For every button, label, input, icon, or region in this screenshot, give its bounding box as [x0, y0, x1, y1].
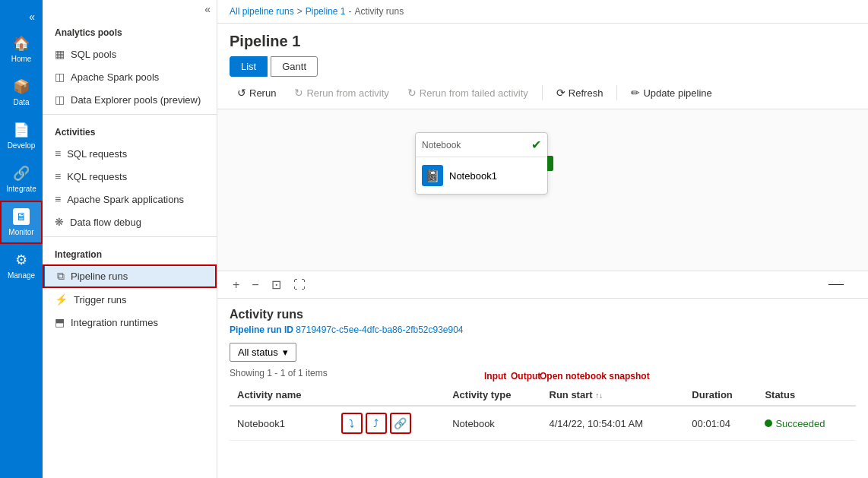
rerun-icon: ↺	[237, 87, 246, 99]
page-title: Pipeline 1	[217, 24, 868, 56]
node-right-bar	[547, 156, 553, 171]
refresh-button[interactable]: ⟳ Refresh	[549, 83, 611, 103]
main-content: All pipeline runs > Pipeline 1 - Activit…	[217, 0, 868, 478]
col-header-run-start: Run start ↑↓	[542, 385, 685, 406]
cell-duration: 00:01:04	[684, 406, 757, 441]
nav-item-data-label: Data	[13, 98, 29, 106]
nav-collapse-btn[interactable]: «	[24, 6, 40, 27]
apache-spark-apps-icon: ≡	[55, 193, 61, 205]
nav-item-data[interactable]: 📦 Data	[0, 71, 43, 114]
input-icon: ⤵	[349, 417, 354, 429]
nav-item-home[interactable]: 🏠 Home	[0, 27, 43, 71]
canvas-fullscreen-btn[interactable]: ⛶	[290, 275, 309, 295]
activities-section-title: Activities	[43, 118, 217, 142]
breadcrumb: All pipeline runs > Pipeline 1 - Activit…	[217, 0, 868, 24]
update-pipeline-label: Update pipeline	[643, 87, 711, 99]
refresh-icon: ⟳	[556, 87, 565, 99]
col-header-actions	[334, 385, 445, 406]
rerun-from-failed-icon: ↻	[407, 87, 417, 99]
rerun-label: Rerun	[249, 87, 276, 99]
sidebar-item-sql-requests-label: SQL requests	[67, 148, 127, 160]
update-pipeline-button[interactable]: ✏ Update pipeline	[623, 83, 719, 103]
sidebar-collapse-btn[interactable]: «	[43, 0, 217, 18]
tab-gantt[interactable]: Gantt	[271, 56, 318, 77]
col-header-status: Status	[757, 385, 856, 406]
sidebar-item-apache-spark-pools-label: Apache Spark pools	[71, 71, 159, 83]
output-button[interactable]: ⤴	[366, 413, 387, 434]
tab-list[interactable]: List	[230, 56, 268, 77]
node-header-label: Notebook	[422, 140, 461, 150]
sidebar: « Analytics pools ▦ SQL pools ◫ Apache S…	[43, 0, 217, 478]
rerun-from-failed-label: Rerun from failed activity	[420, 87, 528, 99]
pipeline-run-uuid: 8719497c-c5ee-4dfc-ba86-2fb52c93e904	[296, 324, 463, 335]
sidebar-item-data-explorer-pools[interactable]: ◫ Data Explorer pools (preview)	[43, 88, 217, 111]
sidebar-item-trigger-runs-label: Trigger runs	[74, 294, 127, 305]
toolbar-separator	[542, 85, 543, 100]
open-notebook-snapshot-button[interactable]: 🔗	[390, 413, 411, 434]
sidebar-item-sql-requests[interactable]: ≡ SQL requests	[43, 142, 217, 165]
pipeline-run-id-label: Pipeline run ID	[230, 324, 293, 335]
canvas-controls: + − ⊡ ⛶	[217, 271, 868, 299]
sidebar-item-kql-requests[interactable]: ≡ KQL requests	[43, 165, 217, 188]
sidebar-item-pipeline-runs[interactable]: ⧉ Pipeline runs	[43, 264, 217, 288]
status-filter-dropdown[interactable]: All status ▾	[230, 343, 296, 362]
sidebar-item-integration-runtimes-label: Integration runtimes	[71, 317, 158, 328]
breadcrumb-pipeline-link[interactable]: Pipeline 1	[306, 6, 346, 17]
status-badge: Succeeded	[765, 418, 848, 429]
nav-item-develop-label: Develop	[8, 141, 36, 150]
sidebar-item-apache-spark-apps[interactable]: ≡ Apache Spark applications	[43, 188, 217, 211]
canvas-zoom-in-btn[interactable]: +	[230, 275, 242, 295]
cell-status: Succeeded	[757, 406, 856, 441]
canvas-fit-icon: ⊡	[271, 278, 281, 291]
canvas-fit-btn[interactable]: ⊡	[268, 274, 284, 295]
data-explorer-pools-icon: ◫	[55, 93, 65, 106]
nav-item-integrate[interactable]: 🔗 Integrate	[0, 157, 43, 201]
breadcrumb-all-pipeline-runs[interactable]: All pipeline runs	[230, 6, 294, 17]
analytics-pools-section-title: Analytics pools	[43, 18, 217, 43]
rerun-from-activity-button[interactable]: ↻ Rerun from activity	[287, 83, 396, 103]
sidebar-item-integration-runtimes[interactable]: ⬒ Integration runtimes	[43, 311, 217, 334]
showing-count-text: Showing 1 - 1 of 1 items	[230, 368, 856, 378]
integrate-icon: 🔗	[13, 165, 30, 182]
sidebar-item-sql-pools[interactable]: ▦ SQL pools	[43, 43, 217, 65]
open-snapshot-icon: 🔗	[394, 417, 407, 429]
apache-spark-pools-icon: ◫	[55, 71, 65, 83]
notebook-node[interactable]: Notebook ✔ 📓 Notebook1	[415, 132, 548, 195]
tab-bar: List Gantt	[217, 56, 868, 77]
breadcrumb-separator: >	[297, 6, 303, 17]
nav-item-integrate-label: Integrate	[6, 185, 36, 193]
rerun-button[interactable]: ↺ Rerun	[230, 83, 284, 103]
sidebar-divider-2	[43, 236, 217, 237]
integration-runtimes-icon: ⬒	[55, 316, 65, 328]
cell-action-buttons: ⤵ ⤴ 🔗	[334, 406, 445, 441]
rerun-from-failed-button[interactable]: ↻ Rerun from failed activity	[400, 83, 536, 103]
chevron-down-icon: ▾	[283, 347, 288, 358]
nav-item-manage[interactable]: ⚙ Manage	[0, 244, 43, 287]
nav-item-monitor[interactable]: 🖥 Monitor	[0, 201, 43, 244]
notebook-glyph: 📓	[425, 169, 440, 183]
col-header-activity-name: Activity name	[230, 385, 334, 406]
canvas-fullscreen-icon: ⛶	[293, 278, 306, 291]
sidebar-item-data-flow-debug[interactable]: ❋ Data flow debug	[43, 211, 217, 233]
table-header-row: Activity name Activity type Run start ↑↓…	[230, 385, 856, 406]
sidebar-item-pipeline-runs-label: Pipeline runs	[71, 271, 128, 282]
integration-section-title: Integration	[43, 240, 217, 264]
col-header-duration: Duration	[684, 385, 757, 406]
toolbar-separator-2	[616, 85, 617, 100]
develop-icon: 📄	[13, 122, 30, 138]
cell-activity-type: Notebook	[445, 406, 541, 441]
sql-requests-icon: ≡	[55, 147, 61, 160]
home-icon: 🏠	[13, 35, 30, 52]
output-icon: ⤴	[373, 417, 379, 429]
canvas-zoom-out-btn[interactable]: −	[249, 275, 261, 295]
table-row: Notebook1 ⤵ ⤴ 🔗	[230, 406, 856, 441]
nav-item-home-label: Home	[11, 55, 32, 63]
cell-activity-name: Notebook1	[230, 406, 334, 441]
sidebar-item-trigger-runs[interactable]: ⚡ Trigger runs	[43, 288, 217, 311]
data-flow-debug-icon: ❋	[55, 216, 64, 228]
pipeline-runs-icon: ⧉	[57, 270, 65, 283]
refresh-label: Refresh	[569, 87, 603, 99]
sidebar-item-apache-spark-pools[interactable]: ◫ Apache Spark pools	[43, 65, 217, 88]
input-button[interactable]: ⤵	[341, 413, 363, 434]
nav-item-develop[interactable]: 📄 Develop	[0, 114, 43, 157]
